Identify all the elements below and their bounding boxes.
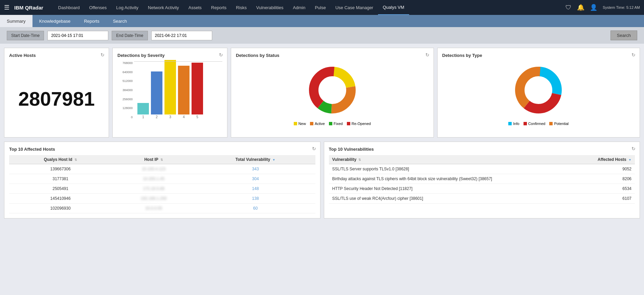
vuln-row: HTTP Security Header Not Detected [11827… bbox=[329, 184, 635, 194]
datetime-bar: Start Date-Time End Date-Time Search bbox=[0, 27, 644, 44]
th-affected-hosts[interactable]: Affected Hosts bbox=[575, 155, 635, 164]
legend-fixed-label: Fixed bbox=[334, 122, 343, 126]
nav-pulse[interactable]: Pulse bbox=[310, 0, 331, 15]
affected-hosts-table: Qualys Host Id Host IP Total Vulnerabili… bbox=[9, 155, 315, 213]
nav-dashboard[interactable]: Dashboard bbox=[53, 0, 85, 15]
active-hosts-card: Active Hosts ↻ 2807981 bbox=[4, 48, 109, 138]
y-axis: 768000 640000 512000 384000 256000 12800… bbox=[117, 61, 133, 119]
nav-network-activity[interactable]: Network Activity bbox=[143, 0, 184, 15]
table-row: 2505491 172.16.5.88 148 bbox=[9, 184, 315, 194]
bar-2: 2 bbox=[151, 71, 162, 119]
menu-icon[interactable]: ☰ bbox=[4, 4, 9, 11]
type-donut-chart bbox=[510, 61, 567, 119]
type-refresh-icon[interactable]: ↻ bbox=[631, 52, 636, 58]
total-vuln-cell: 60 bbox=[196, 204, 315, 213]
start-date-label: Start Date-Time bbox=[7, 31, 44, 40]
total-vuln-cell: 138 bbox=[196, 194, 315, 204]
bottom-cards-row: Top 10 Affected Hosts ↻ Qualys Host Id H… bbox=[4, 142, 640, 218]
affected-hosts-title: Top 10 Affected Hosts bbox=[9, 147, 315, 152]
total-vuln-cell: 148 bbox=[196, 184, 315, 194]
th-qualys-host-id[interactable]: Qualys Host Id bbox=[9, 155, 112, 164]
start-date-input[interactable] bbox=[47, 31, 108, 40]
nav-vulnerabilities[interactable]: Vulnerabilities bbox=[251, 0, 288, 15]
vuln-name-cell: HTTP Security Header Not Detected [11827… bbox=[329, 184, 575, 194]
nav-right-icons: 🛡 🔔 👤 System Time: 5:12 AM bbox=[565, 4, 640, 11]
bar-3: 3 bbox=[164, 60, 176, 119]
active-hosts-value: 2807981 bbox=[9, 65, 104, 132]
detections-severity-title: Detections by Severity bbox=[117, 53, 222, 58]
detections-type-card: Detections by Type ↻ Info bbox=[437, 48, 640, 138]
type-donut-container: Info Confirmed Potential bbox=[442, 61, 635, 126]
tab-knowledgebase[interactable]: Knowledgebase bbox=[32, 15, 77, 27]
legend-reopened-label: Re-Opened bbox=[352, 122, 371, 126]
tab-summary[interactable]: Summary bbox=[0, 15, 32, 27]
nav-reports[interactable]: Reports bbox=[206, 0, 231, 15]
top-navbar: ☰ IBM QRadar Dashboard Offenses Log Acti… bbox=[0, 0, 644, 15]
host-id-cell: 3177381 bbox=[9, 174, 112, 184]
th-host-ip[interactable]: Host IP bbox=[112, 155, 196, 164]
host-id-cell: 2505491 bbox=[9, 184, 112, 194]
host-ip-cell: 172.16.5.88 bbox=[112, 184, 196, 194]
legend-new-label: New bbox=[298, 122, 306, 126]
brand-logo: IBM QRadar bbox=[14, 5, 43, 10]
th-vulnerability[interactable]: Vulnerability bbox=[329, 155, 575, 164]
end-date-input[interactable] bbox=[151, 31, 212, 40]
bar-5: 5 bbox=[192, 63, 203, 119]
nav-assets[interactable]: Assets bbox=[184, 0, 206, 15]
system-time: System Time: 5:12 AM bbox=[603, 5, 640, 9]
th-total-vulnerability[interactable]: Total Vulnerability bbox=[196, 155, 315, 164]
tab-search[interactable]: Search bbox=[106, 15, 134, 27]
host-id-cell: 102096930 bbox=[9, 204, 112, 213]
user-icon[interactable]: 👤 bbox=[590, 4, 597, 11]
detections-status-title: Detections by Status bbox=[236, 53, 429, 58]
nav-admin[interactable]: Admin bbox=[288, 0, 310, 15]
nav-log-activity[interactable]: Log Activity bbox=[111, 0, 143, 15]
host-id-cell: 139667306 bbox=[9, 164, 112, 174]
table-row: 145410946 192.168.1.200 138 bbox=[9, 194, 315, 204]
status-legend: New Active Fixed Re-Opened bbox=[294, 122, 371, 126]
top-vulnerabilities-card: Top 10 Vulnerabilities ↻ Vulnerability A… bbox=[324, 142, 640, 218]
svg-point-4 bbox=[319, 77, 346, 104]
legend-new: New bbox=[294, 122, 306, 126]
legend-info: Info bbox=[508, 122, 519, 126]
vuln-count-cell: 6534 bbox=[575, 184, 635, 194]
end-date-label: End Date-Time bbox=[112, 31, 148, 40]
legend-info-label: Info bbox=[513, 122, 519, 126]
nav-risks[interactable]: Risks bbox=[231, 0, 251, 15]
affected-hosts-refresh-icon[interactable]: ↻ bbox=[312, 146, 316, 151]
vuln-name-cell: SSL/TLS use of weak RC4(Arcfour) cipher … bbox=[329, 194, 575, 204]
host-ip-cell: 10.200.1.45 bbox=[112, 174, 196, 184]
legend-active: Active bbox=[310, 122, 325, 126]
top-cards-row: Active Hosts ↻ 2807981 Detections by Sev… bbox=[4, 48, 640, 138]
search-button[interactable]: Search bbox=[610, 30, 637, 40]
active-hosts-refresh-icon[interactable]: ↻ bbox=[101, 52, 105, 58]
vuln-header-row: Vulnerability Affected Hosts bbox=[329, 155, 635, 164]
type-legend: Info Confirmed Potential bbox=[508, 122, 569, 126]
host-ip-cell: 10.100.4.123 bbox=[112, 164, 196, 174]
legend-potential-label: Potential bbox=[554, 122, 569, 126]
vuln-count-cell: 9052 bbox=[575, 164, 635, 174]
vulnerabilities-refresh-icon[interactable]: ↻ bbox=[631, 146, 636, 151]
table-header-row: Qualys Host Id Host IP Total Vulnerabili… bbox=[9, 155, 315, 164]
bell-icon[interactable]: 🔔 bbox=[577, 4, 584, 11]
vuln-row: Birthday attacks against TLS ciphers wit… bbox=[329, 174, 635, 184]
vuln-name-cell: Birthday attacks against TLS ciphers wit… bbox=[329, 174, 575, 184]
vuln-row: SSL/TLS Server supports TLSv1.0 [38628] … bbox=[329, 164, 635, 174]
legend-fixed: Fixed bbox=[329, 122, 343, 126]
detections-status-card: Detections by Status ↻ Ne bbox=[231, 48, 434, 138]
legend-potential: Potential bbox=[549, 122, 569, 126]
bar-1: 1 bbox=[137, 103, 149, 119]
nav-use-case-manager[interactable]: Use Case Manager bbox=[331, 0, 378, 15]
secondary-navbar: Summary Knowledgebase Reports Search bbox=[0, 15, 644, 27]
detections-severity-card: Detections by Severity ↻ 768000 640000 5… bbox=[112, 48, 227, 138]
severity-refresh-icon[interactable]: ↻ bbox=[219, 52, 223, 58]
nav-offenses[interactable]: Offenses bbox=[84, 0, 111, 15]
svg-point-8 bbox=[525, 77, 552, 104]
legend-confirmed: Confirmed bbox=[524, 122, 546, 126]
tab-reports[interactable]: Reports bbox=[77, 15, 106, 27]
legend-reopened: Re-Opened bbox=[347, 122, 371, 126]
table-row: 3177381 10.200.1.45 304 bbox=[9, 174, 315, 184]
status-refresh-icon[interactable]: ↻ bbox=[425, 52, 429, 58]
nav-qualys-vm[interactable]: Qualys VM bbox=[378, 0, 409, 15]
nav-links: Dashboard Offenses Log Activity Network … bbox=[53, 0, 565, 15]
